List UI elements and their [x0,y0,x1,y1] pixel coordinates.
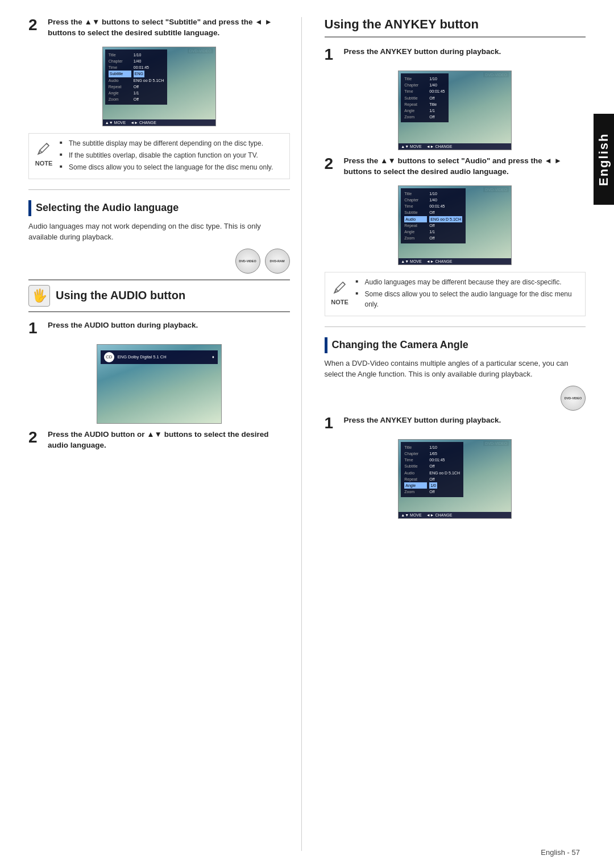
menu-overlay-camera: Title1/10 Chapter1/65 Time00:01:45 Subti… [401,442,463,498]
step-1-anykey-text: Press the ANYKEY button during playback. [344,47,501,57]
menu-row: Chapter1/40 [404,82,445,88]
camera-angle-body: When a DVD-Video contains multiple angle… [325,358,586,380]
disc-icons-row: DVD-VIDEO DVD-RAM [28,249,290,274]
step-number-2-audio: 2 [28,429,42,445]
step-number-1-camera: 1 [325,415,338,431]
audio-bar-overlay: CD ENG Dolby Digital 5.1 CH ♦ [101,350,218,364]
language-tab: English [594,114,614,205]
menu-row: ZoomOff [404,235,462,241]
audio-screenshot: CD ENG Dolby Digital 5.1 CH ♦ [97,344,222,424]
camera-angle-heading: Changing the Camera Angle [325,337,586,353]
step-2-subtitle: 2 Press the ▲▼ buttons to select "Subtit… [28,17,290,39]
divider-right [325,326,586,327]
menu-row: Title1/10 [404,444,460,450]
menu-row: AudioENG oo D 5.1CH [404,470,460,476]
menu-row-highlight: Angle1/0 [404,482,460,489]
menu-row: AudioENG oo D 5.1CH [109,77,164,84]
note-content-anykey: Audio languages may be different because… [356,277,581,311]
menu-overlay-audio: Title1/10 Chapter1/40 Time00:01:45 Subti… [401,188,466,244]
menu-row: ZoomOff [404,489,460,495]
step-2-audio: 2 Press the AUDIO button or ▲▼ buttons t… [28,429,290,451]
note-item: Audio languages may be different because… [356,277,581,287]
note-item: Some discs allow you to select the audio… [356,289,581,309]
dvd-bottom-bar-anykey: ▲▼ MOVE ◄► CHANGE [399,143,511,150]
dvd-screenshot-camera: DVD-VIDEO Title1/10 Chapter1/65 Time00:0… [398,439,512,519]
menu-row: RepeatOff [404,476,460,482]
menu-row: RepeatTitle [404,101,445,108]
step-1-camera: 1 Press the ANYKEY button during playbac… [325,415,586,431]
selecting-audio-body: Audio languages may not work depending o… [28,221,290,243]
menu-row: SubtitleOff [404,95,445,101]
cd-audio-icon: CD [104,352,114,362]
step-2-subtitle-text: Press the ▲▼ buttons to select "Subtitle… [48,17,290,39]
step-1-camera-text: Press the ANYKEY button during playback. [344,415,501,426]
step-number-2-anykey: 2 [325,156,338,172]
note-block-subtitle: NOTE The subtitle display may be differe… [28,133,290,179]
left-column: 2 Press the ▲▼ buttons to select "Subtit… [28,17,302,851]
menu-row: RepeatOff [109,84,164,90]
menu-row: Angle1/1 [404,229,462,235]
note-icon-area: NOTE [34,138,54,167]
page-number: English - 57 [541,848,580,857]
note-content-subtitle: The subtitle display may be different de… [60,138,273,174]
menu-row: Time00:01:45 [404,457,460,463]
dvd-screenshot-audio-select: DVD-VIDEO Title1/10 Chapter1/40 Time00:0… [398,185,512,265]
step-1-audio-text: Press the AUDIO button during playback. [48,320,198,331]
right-column: Using the ANYKEY button 1 Press the ANYK… [319,17,586,851]
menu-row: Title1/10 [109,52,164,58]
menu-row: Time00:01:45 [404,203,462,209]
selecting-audio-heading: Selecting the Audio language [28,200,290,216]
note-item: If the subtitles overlap, disable the ca… [60,150,273,160]
audio-button-heading-block: 🖐 Using the AUDIO button [28,279,290,312]
step-number-1-audio: 1 [28,320,42,336]
menu-row: Chapter1/40 [404,197,462,203]
step-1-anykey: 1 Press the ANYKEY button during playbac… [325,47,586,63]
dvd-video-disc-icon: DVD-VIDEO [235,249,260,274]
dvd-screenshot-anykey: DVD-VIDEO Title1/10 Chapter1/40 Time00:0… [398,71,512,150]
dvd-video-disc-icon-camera: DVD-VIDEO [561,386,586,411]
dvd-screenshot-subtitle: DVD-VIDEO Title1/10 Chapter1/40 Time00:0… [102,47,216,126]
blue-bar-camera-icon [325,337,327,353]
divider-1 [28,189,290,190]
note-pencil-icon [34,138,54,159]
step-2-anykey-text: Press the ▲▼ buttons to select "Audio" a… [344,156,586,177]
menu-overlay-anykey: Title1/10 Chapter1/40 Time00:01:45 Subti… [401,73,448,122]
menu-row: RepeatOff [404,222,462,229]
menu-row: Angle1/1 [109,90,164,96]
menu-overlay-subtitle: Title1/10 Chapter1/40 Time00:01:45 Subti… [105,49,168,105]
dvd-bottom-bar-audio: ▲▼ MOVE ◄► CHANGE [399,258,511,264]
step-number-1-anykey: 1 [325,47,338,63]
menu-row: Title1/10 [404,76,445,82]
menu-row: Chapter1/65 [404,450,460,457]
selecting-audio-title: Selecting the Audio language [36,202,179,214]
menu-row: Time00:01:45 [109,64,164,71]
menu-row: SubtitleOff [404,209,462,216]
menu-row: ZoomOff [109,96,164,102]
dvd-video-icon-row: DVD-VIDEO [325,386,586,411]
dvd-bottom-bar: ▲▼ MOVE ◄► CHANGE [103,119,215,126]
note-icon-area-right: NOTE [330,277,350,305]
menu-row: ZoomOff [404,114,445,120]
dvd-bottom-bar-camera: ▲▼ MOVE ◄► CHANGE [399,512,511,518]
note-label: NOTE [34,160,54,167]
note-item: Some discs allow you to select the langu… [60,162,273,172]
menu-row: Angle1/1 [404,108,445,114]
dvd-ram-disc-icon: DVD-RAM [265,249,290,274]
step-1-audio: 1 Press the AUDIO button during playback… [28,320,290,336]
audio-label: ENG Dolby Digital 5.1 CH [118,354,167,359]
step-2-anykey: 2 Press the ▲▼ buttons to select "Audio"… [325,156,586,177]
note-pencil-icon-right [330,277,350,297]
anykey-heading: Using the ANYKEY button [325,17,586,38]
menu-row: Chapter1/40 [109,58,164,64]
note-block-anykey: NOTE Audio languages may be different be… [325,272,586,316]
menu-row-highlight: AudioENG oo D 5.1CH [404,216,462,222]
menu-row-highlight: SubtitleENG [109,71,164,77]
camera-angle-title: Changing the Camera Angle [332,339,468,351]
audio-hand-icon: 🖐 [28,285,50,307]
menu-row: SubtitleOff [404,463,460,469]
audio-button-title: Using the AUDIO button [56,289,185,302]
step-2-audio-text: Press the AUDIO button or ▲▼ buttons to … [48,429,290,451]
menu-row: Title1/10 [404,191,462,197]
note-label-right: NOTE [330,299,350,305]
note-item: The subtitle display may be different de… [60,138,273,148]
